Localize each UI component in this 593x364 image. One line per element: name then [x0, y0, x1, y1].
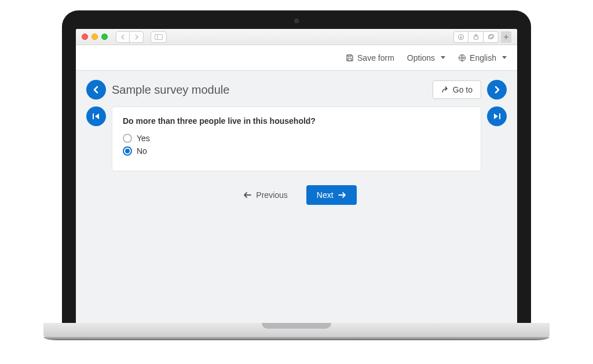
header-row: Sample survey module Go to: [80, 80, 513, 106]
content-area: Sample survey module Go to: [76, 71, 517, 323]
radio-label: No: [137, 146, 147, 156]
laptop-base: [43, 323, 550, 337]
screen: Save form Options English: [76, 29, 517, 323]
next-section-button[interactable]: [487, 80, 507, 100]
last-question-button[interactable]: [487, 106, 507, 126]
radio-option-no[interactable]: No: [123, 146, 470, 156]
body-row: Do more than three people live in this h…: [80, 106, 513, 171]
maximize-window-icon[interactable]: [101, 34, 108, 40]
app-toolbar: Save form Options English: [76, 45, 517, 71]
page-title: Sample survey module: [112, 83, 427, 97]
svg-rect-4: [488, 35, 492, 39]
new-tab-icon[interactable]: [501, 31, 511, 43]
arrow-right-icon: [338, 192, 346, 198]
svg-rect-5: [489, 34, 493, 38]
browser-chrome: [76, 29, 517, 45]
options-label: Options: [407, 53, 435, 62]
chevron-left-icon: [92, 86, 100, 94]
svg-rect-0: [155, 34, 163, 39]
goto-button[interactable]: Go to: [433, 80, 481, 99]
goto-label: Go to: [453, 85, 473, 94]
radio-label: Yes: [137, 134, 150, 143]
laptop-foot: [43, 337, 550, 340]
options-dropdown[interactable]: Options: [407, 53, 445, 62]
prev-section-button[interactable]: [86, 80, 106, 100]
language-dropdown[interactable]: English: [458, 53, 507, 62]
question-text: Do more than three people live in this h…: [123, 116, 470, 126]
radio-icon: [123, 134, 132, 143]
downloads-icon[interactable]: [453, 31, 468, 43]
back-button[interactable]: [116, 31, 130, 43]
laptop-mockup: Save form Options English: [62, 10, 531, 340]
globe-icon: [458, 54, 466, 62]
previous-button[interactable]: Previous: [236, 186, 294, 204]
browser-right-buttons: [453, 31, 511, 43]
history-nav: [116, 31, 144, 43]
minimize-window-icon[interactable]: [91, 34, 98, 40]
skip-back-icon: [92, 113, 100, 120]
chevron-right-icon: [493, 86, 501, 94]
first-question-button[interactable]: [86, 106, 106, 126]
skip-forward-icon: [493, 113, 501, 120]
arrow-left-icon: [243, 192, 251, 198]
goto-arrow-icon: [441, 86, 449, 93]
traffic-lights: [82, 34, 108, 40]
next-button[interactable]: Next: [306, 185, 357, 205]
laptop-bezel: Save form Options English: [62, 10, 531, 323]
share-icon[interactable]: [468, 31, 484, 43]
footer-nav: Previous Next: [80, 185, 513, 205]
close-window-icon[interactable]: [82, 34, 88, 40]
save-form-label: Save form: [357, 53, 394, 62]
camera-dot: [294, 19, 299, 23]
forward-button[interactable]: [130, 31, 144, 43]
radio-icon: [123, 146, 132, 156]
next-label: Next: [317, 190, 334, 200]
language-label: English: [470, 53, 496, 62]
radio-option-yes[interactable]: Yes: [123, 134, 470, 143]
save-form-button[interactable]: Save form: [346, 53, 394, 62]
tabs-icon[interactable]: [484, 31, 499, 43]
save-icon: [346, 54, 354, 62]
previous-label: Previous: [256, 190, 287, 200]
question-card: Do more than three people live in this h…: [112, 106, 481, 171]
sidebar-toggle-icon[interactable]: [151, 31, 167, 43]
svg-rect-6: [348, 55, 351, 57]
